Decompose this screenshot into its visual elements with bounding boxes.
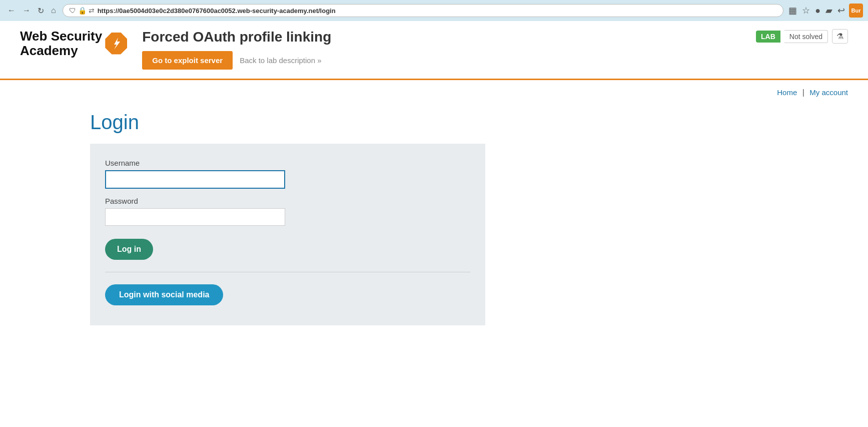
logo-line2: Academy xyxy=(20,44,102,58)
url-text: https://0ae5004d03e0c2d380e0767600ac0052… xyxy=(98,7,777,15)
address-bar[interactable]: 🛡 🔒 ⇄ https://0ae5004d03e0c2d380e0767600… xyxy=(63,4,783,17)
lightning-icon xyxy=(109,37,123,51)
main-content: Login Username Password Log in Login wit… xyxy=(0,101,868,345)
password-input[interactable] xyxy=(105,208,285,226)
home-button[interactable]: ⌂ xyxy=(49,5,59,16)
lab-title: Forced OAuth profile linking xyxy=(142,29,756,45)
url-prefix: https://0ae5004d03e0c2d380e0767600ac0052… xyxy=(98,7,238,15)
exploit-server-button[interactable]: Go to exploit server xyxy=(142,51,233,70)
lab-actions: Go to exploit server Back to lab descrip… xyxy=(142,51,756,70)
lab-status-text: Not solved xyxy=(784,30,828,43)
back-to-description-link[interactable]: Back to lab description » xyxy=(240,56,321,65)
browser-toolbar: ▦ ☆ ● ▰ ↩ Bur xyxy=(787,4,863,18)
lab-flask-button[interactable]: ⚗ xyxy=(832,29,848,44)
back-button[interactable]: ← xyxy=(5,5,18,16)
nav-separator: | xyxy=(802,88,804,97)
password-label: Password xyxy=(105,197,470,205)
logo-icon-inner xyxy=(105,33,127,55)
home-link[interactable]: Home xyxy=(777,88,797,97)
username-input[interactable] xyxy=(105,170,285,189)
social-login-button[interactable]: Login with social media xyxy=(105,284,223,305)
reload-button[interactable]: ↻ xyxy=(35,5,47,17)
security-icons: 🛡 🔒 ⇄ xyxy=(69,7,95,15)
login-button[interactable]: Log in xyxy=(105,239,153,260)
username-label: Username xyxy=(105,159,470,167)
url-path: /login xyxy=(318,7,336,15)
bookmark-button[interactable]: ☆ xyxy=(801,4,811,17)
qr-button[interactable]: ▦ xyxy=(787,4,798,17)
logo-text: Web Security Academy xyxy=(20,29,102,58)
svg-marker-0 xyxy=(114,38,120,50)
password-group: Password xyxy=(105,197,470,226)
url-domain: web-security-academy.net xyxy=(237,7,318,15)
page-nav: Home | My account xyxy=(0,80,868,101)
site-header: Web Security Academy Forced OAuth profil… xyxy=(0,21,868,70)
back-arrow-icon[interactable]: ↩ xyxy=(836,4,846,17)
shield-icon: 🛡 xyxy=(69,7,76,15)
login-form-box: Username Password Log in Login with soci… xyxy=(90,144,485,325)
my-account-link[interactable]: My account xyxy=(809,88,848,97)
form-divider xyxy=(105,272,470,272)
lock-icon: 🔒 xyxy=(78,7,87,15)
login-heading: Login xyxy=(90,111,848,134)
browser-nav-buttons: ← → ↻ ⌂ xyxy=(5,5,59,17)
burp-suite-icon[interactable]: Bur xyxy=(849,4,863,18)
browser-chrome: ← → ↻ ⌂ 🛡 🔒 ⇄ https://0ae5004d03e0c2d380… xyxy=(0,0,868,21)
logo-line1: Web Security xyxy=(20,29,102,44)
lab-badge: LAB xyxy=(756,31,780,43)
tracking-icon: ⇄ xyxy=(89,7,95,15)
logo-area: Web Security Academy xyxy=(20,29,127,58)
forward-button[interactable]: → xyxy=(20,5,33,16)
logo-icon xyxy=(105,33,127,55)
extension-icon-1[interactable]: ● xyxy=(814,5,821,17)
username-group: Username xyxy=(105,159,470,189)
extension-puzzle-icon[interactable]: ▰ xyxy=(824,4,833,17)
lab-title-area: Forced OAuth profile linking Go to explo… xyxy=(127,29,756,70)
lab-status-area: LAB Not solved ⚗ xyxy=(756,29,848,44)
